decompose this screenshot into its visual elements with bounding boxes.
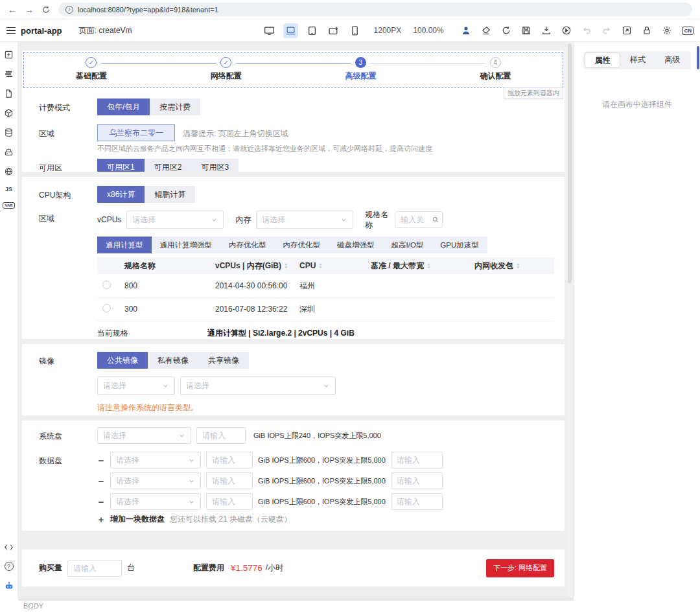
steps-container[interactable]: 1 基础配置 2 网络配置 3 高级配置 4 确认配置 [23, 52, 563, 88]
data-disk-size-input[interactable] [206, 472, 253, 489]
data-disk-type-select[interactable]: 请选择 [110, 452, 201, 468]
lock-icon[interactable] [642, 25, 652, 36]
image-os-select[interactable]: 请选择 [97, 376, 175, 395]
tablet-landscape-icon[interactable] [326, 23, 341, 38]
page-file-icon[interactable] [4, 89, 14, 98]
refresh-icon[interactable] [501, 25, 511, 36]
data-disk-extra-input[interactable] [391, 493, 443, 510]
add-disk-button[interactable]: 增加一块数据盘 [110, 514, 165, 525]
help-icon[interactable] [5, 562, 14, 571]
az3-button[interactable]: 可用区3 [191, 159, 239, 172]
remove-disk-icon[interactable]: − [97, 497, 105, 507]
tab-style[interactable]: 样式 [620, 52, 655, 68]
vcpus-select[interactable]: 请选择 [126, 211, 224, 229]
private-image-button[interactable]: 私有镜像 [148, 352, 198, 369]
data-disk-extra-input[interactable] [391, 472, 443, 489]
data-disk-type-select[interactable]: 请选择 [110, 472, 201, 489]
phone-icon[interactable] [347, 23, 362, 38]
download-icon[interactable] [541, 25, 552, 36]
variables-icon[interactable]: VAR [3, 202, 14, 209]
billing-ondemand-button[interactable]: 按需计费 [150, 98, 200, 115]
undo-icon[interactable] [581, 25, 592, 36]
datasource-drive-icon[interactable] [4, 147, 14, 157]
az2-button[interactable]: 可用区2 [145, 159, 192, 172]
tab-general-compute[interactable]: 通用计算型 [97, 237, 152, 253]
components-cube-icon[interactable] [4, 108, 14, 118]
step-advanced[interactable]: 3 高级配置 [294, 57, 428, 82]
step-basic[interactable]: 1 基础配置 [24, 57, 159, 82]
quantity-input[interactable] [67, 560, 122, 577]
row-radio[interactable] [102, 304, 111, 312]
system-disk-size-input[interactable] [196, 427, 246, 444]
browser-chrome: ← → localhost:8080/?type=app&id=918&tena… [0, 0, 700, 19]
tab-general-compute-plus[interactable]: 通用计算增强型 [152, 237, 221, 253]
tab-gpu[interactable]: GPU加速型 [432, 237, 487, 253]
next-step-button[interactable]: 下一步: 网络配置 [486, 559, 554, 577]
col-bandwidth[interactable]: 基准 / 最大带宽 [366, 257, 469, 274]
source-code-icon[interactable] [4, 542, 14, 552]
site-info-icon[interactable] [65, 6, 73, 14]
language-icon[interactable]: CN [682, 27, 694, 35]
tab-advanced[interactable]: 高级 [655, 52, 690, 68]
tab-properties[interactable]: 属性 [585, 52, 620, 68]
add-component-icon[interactable] [4, 50, 14, 60]
az1-button[interactable]: 可用区1 [97, 159, 145, 172]
memory-select[interactable]: 请选择 [256, 211, 353, 229]
assistant-bot-icon[interactable] [4, 581, 14, 591]
save-icon[interactable] [521, 25, 531, 36]
cpu-kunpeng-button[interactable]: 鲲鹏计算 [145, 186, 195, 203]
eraser-icon[interactable] [481, 25, 491, 36]
add-disk-icon[interactable]: + [97, 515, 105, 524]
col-cpu[interactable]: CPU [294, 257, 366, 274]
tab-disk-enhanced[interactable]: 磁盘增强型 [329, 237, 383, 253]
redo-icon[interactable] [601, 25, 612, 36]
public-image-button[interactable]: 公共镜像 [97, 352, 148, 369]
tab-memory-optimized-1[interactable]: 内存优化型 [220, 237, 275, 253]
shared-image-button[interactable]: 共享镜像 [198, 352, 249, 369]
col-vcpu-mem[interactable]: vCPUs | 内存(GiB) [210, 257, 294, 274]
settings-gear-icon[interactable] [662, 25, 672, 36]
row-radio[interactable] [102, 281, 111, 289]
table-row[interactable]: 300 2016-07-08 12:36:22 深圳 [97, 297, 554, 321]
region-select-button[interactable]: 乌兰察布二零一 [97, 124, 175, 141]
cpu-arch-label: CPU架构 [39, 186, 97, 201]
billing-yearly-button[interactable]: 包年/包月 [97, 98, 150, 115]
browser-forward-icon[interactable]: → [25, 5, 34, 14]
outline-layers-icon[interactable] [4, 69, 14, 79]
sort-icon [426, 263, 432, 269]
run-preview-icon[interactable] [561, 25, 572, 36]
laptop-icon[interactable] [283, 23, 298, 38]
remove-disk-icon[interactable]: − [97, 476, 105, 486]
desktop-icon[interactable] [262, 23, 277, 38]
step-confirm[interactable]: 4 确认配置 [428, 57, 563, 82]
system-disk-type-select[interactable]: 请选择 [97, 427, 191, 444]
element-breadcrumb[interactable]: BODY [23, 602, 43, 610]
remove-disk-icon[interactable]: − [97, 456, 105, 465]
spec-name-label: 规格名称 [365, 209, 390, 230]
canvas-scrollbar[interactable] [567, 42, 572, 597]
menu-icon[interactable] [6, 27, 16, 34]
tab-high-io[interactable]: 超高I/O型 [383, 237, 432, 253]
design-canvas[interactable]: 1 基础配置 2 网络配置 3 高级配置 4 确认配置 [18, 42, 574, 597]
data-disk-type-select[interactable]: 请选择 [110, 493, 201, 510]
section-spec: CPU架构 x86计算 鲲鹏计算 区域 vCPUs 请选择 内存 [22, 177, 565, 339]
browser-back-icon[interactable]: ← [8, 5, 17, 14]
panel-scrollbar-thumb[interactable] [697, 46, 699, 69]
table-row[interactable]: 800 2014-04-30 00:56:00 福州 [97, 274, 554, 297]
address-bar[interactable]: localhost:8080/?type=app&id=918&tenant=1 [58, 3, 692, 16]
image-version-select[interactable]: 请选择 [180, 376, 336, 395]
database-icon[interactable] [4, 128, 14, 137]
tab-memory-optimized-2[interactable]: 内存优化型 [275, 237, 329, 253]
tablet-icon[interactable] [305, 23, 320, 38]
api-globe-icon[interactable] [4, 167, 14, 176]
user-avatar[interactable] [461, 25, 471, 36]
step-network[interactable]: 2 网络配置 [159, 57, 294, 82]
cpu-x86-button[interactable]: x86计算 [97, 186, 145, 203]
col-pps[interactable]: 内网收发包 [469, 257, 554, 274]
browser-reload-icon[interactable] [41, 5, 51, 14]
data-disk-size-input[interactable] [206, 493, 253, 510]
fullscreen-icon[interactable] [622, 25, 632, 36]
data-disk-extra-input[interactable] [391, 452, 443, 468]
data-disk-size-input[interactable] [206, 452, 253, 468]
js-panel-icon[interactable]: JS [5, 186, 12, 192]
